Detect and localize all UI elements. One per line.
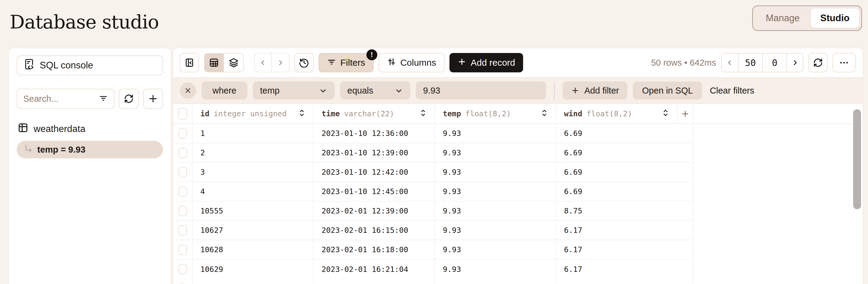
- cell-time[interactable]: 2023-02-01 12:39:00: [314, 201, 435, 220]
- cell-temp[interactable]: 9.93: [435, 221, 556, 240]
- cell-time[interactable]: 2023-01-10 12:36:00: [314, 124, 435, 143]
- cell-time[interactable]: 2023-01-10 12:42:00: [314, 163, 435, 182]
- filter-operator-select[interactable]: equals: [340, 81, 410, 100]
- table-row[interactable]: 10629 2023-02-01 16:21:04 9.93 6.17: [173, 259, 693, 279]
- row-checkbox[interactable]: [179, 225, 187, 236]
- vertical-scrollbar[interactable]: [853, 109, 861, 209]
- filter-column-select[interactable]: temp: [253, 81, 335, 100]
- active-filter-pill[interactable]: temp = 9.93: [17, 141, 163, 158]
- refresh-tables-button[interactable]: [119, 89, 139, 109]
- table-view-button[interactable]: [205, 54, 224, 72]
- page-offset-input[interactable]: 0: [762, 54, 786, 72]
- cell-wind[interactable]: 6.17: [556, 240, 677, 259]
- layers-view-button[interactable]: [224, 54, 243, 72]
- page-size-input[interactable]: 50: [738, 54, 762, 72]
- cell-id[interactable]: 1: [192, 124, 314, 143]
- cell-time[interactable]: 2023-01-10 12:39:00: [314, 143, 435, 162]
- table-row[interactable]: 10628 2023-02-01 16:18:00 9.93 6.17: [173, 240, 693, 259]
- sliders-icon: [387, 57, 396, 68]
- sql-console-button[interactable]: SQL console: [17, 56, 163, 75]
- prev-page-button[interactable]: [722, 54, 738, 72]
- cell-temp[interactable]: 9.93: [435, 201, 556, 220]
- clear-filters-button[interactable]: Clear filters: [707, 86, 757, 96]
- search-input[interactable]: Search...: [17, 89, 115, 109]
- chevron-down-icon: [319, 86, 327, 95]
- collapse-sidebar-button[interactable]: [180, 53, 199, 72]
- table-row[interactable]: 4 2023-01-10 12:45:00 9.93 6.69: [173, 182, 693, 201]
- add-table-button[interactable]: [143, 89, 163, 109]
- cell-id[interactable]: 10555: [192, 201, 314, 220]
- column-header[interactable]: id integer unsigned: [192, 104, 314, 123]
- cell-wind[interactable]: 8.75: [556, 201, 677, 220]
- history-button[interactable]: [294, 53, 314, 72]
- row-checkbox[interactable]: [179, 186, 187, 197]
- cell-wind[interactable]: 6.69: [556, 143, 677, 162]
- filter-value-input[interactable]: 9.93: [416, 81, 546, 100]
- column-header[interactable]: temp float(8,2): [435, 104, 556, 123]
- toolbar: Filters ! Columns Add recor: [173, 48, 863, 77]
- cell-temp[interactable]: 9.93: [435, 182, 556, 201]
- cell-wind[interactable]: 6.17: [556, 221, 677, 240]
- add-filter-label: Add filter: [584, 86, 619, 96]
- cell-id[interactable]: 10627: [192, 221, 314, 240]
- table-row[interactable]: 10555 2023-02-01 12:39:00 9.93 8.75: [173, 201, 693, 221]
- add-record-button[interactable]: Add record: [450, 53, 523, 72]
- remove-filter-button[interactable]: [180, 82, 196, 99]
- cell-wind[interactable]: 6.17: [556, 259, 677, 279]
- back-button[interactable]: [255, 54, 272, 72]
- refresh-data-button[interactable]: [808, 53, 828, 72]
- cell-temp[interactable]: 9.93: [435, 240, 556, 259]
- row-checkbox[interactable]: [179, 129, 187, 139]
- cell-time[interactable]: 2023-02-01 16:21:04: [314, 259, 435, 279]
- cell-wind[interactable]: 6.69: [556, 182, 677, 201]
- cell-id[interactable]: 10628: [192, 240, 314, 259]
- sort-icon[interactable]: [662, 108, 669, 119]
- manage-tab[interactable]: Manage: [755, 13, 811, 24]
- row-checkbox[interactable]: [179, 264, 187, 274]
- column-header[interactable]: time varchar(22): [314, 104, 435, 123]
- cell-wind[interactable]: 6.69: [556, 124, 677, 143]
- filters-button[interactable]: Filters !: [318, 53, 374, 72]
- cell-wind[interactable]: 6.69: [556, 163, 677, 182]
- forward-button[interactable]: [272, 54, 289, 72]
- cell-time[interactable]: 2023-02-01 16:18:00: [314, 240, 435, 259]
- select-all-cell: [173, 104, 192, 123]
- cell-temp[interactable]: 9.93: [435, 163, 556, 182]
- header-columns: id integer unsigned: [192, 104, 677, 123]
- main-panel: Filters ! Columns Add recor: [173, 48, 863, 284]
- table-icon: [18, 122, 28, 135]
- add-column-button[interactable]: [677, 104, 693, 123]
- cell-temp[interactable]: 9.93: [435, 143, 556, 162]
- select-all-checkbox[interactable]: [178, 108, 187, 119]
- table-header-row: id integer unsigned: [173, 104, 863, 124]
- table-name-label: weatherdata: [34, 123, 86, 135]
- table-row[interactable]: 2 2023-01-10 12:39:00 9.93 6.69: [173, 143, 693, 163]
- sort-icon[interactable]: [541, 108, 548, 119]
- columns-button[interactable]: Columns: [378, 53, 444, 72]
- row-checkbox[interactable]: [179, 148, 187, 158]
- row-checkbox[interactable]: [179, 167, 187, 177]
- filters-label: Filters: [340, 58, 365, 68]
- sort-icon[interactable]: [420, 108, 427, 119]
- table-row[interactable]: 10627 2023-02-01 16:15:00 9.93 6.17: [173, 221, 693, 240]
- cell-id[interactable]: 4: [192, 182, 314, 201]
- column-header[interactable]: wind float(8,2): [556, 104, 677, 123]
- table-row[interactable]: 3 2023-01-10 12:42:00 9.93 6.69: [173, 163, 693, 182]
- row-checkbox[interactable]: [179, 206, 187, 216]
- sidebar-item-weatherdata[interactable]: weatherdata: [17, 121, 163, 137]
- cell-id[interactable]: 2: [192, 143, 314, 162]
- table-row[interactable]: 1 2023-01-10 12:36:00 9.93 6.69: [173, 124, 693, 143]
- cell-id[interactable]: 10629: [192, 259, 314, 279]
- open-in-sql-button[interactable]: Open in SQL: [633, 81, 702, 100]
- next-page-button[interactable]: [786, 54, 803, 72]
- sort-icon[interactable]: [298, 108, 306, 119]
- more-options-button[interactable]: [833, 53, 856, 72]
- cell-time[interactable]: 2023-02-01 16:15:00: [314, 221, 435, 240]
- cell-temp[interactable]: 9.93: [435, 124, 556, 143]
- row-checkbox[interactable]: [179, 245, 187, 255]
- studio-tab[interactable]: Studio: [811, 8, 859, 28]
- cell-id[interactable]: 3: [192, 163, 314, 182]
- cell-temp[interactable]: 9.93: [435, 259, 556, 279]
- cell-time[interactable]: 2023-01-10 12:45:00: [314, 182, 435, 201]
- add-filter-button[interactable]: Add filter: [562, 81, 627, 100]
